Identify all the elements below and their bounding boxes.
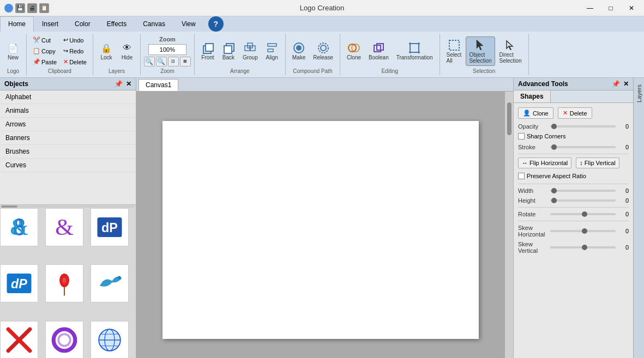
- zoom-input[interactable]: [148, 44, 186, 55]
- cut-button[interactable]: ✂️ Cut: [30, 35, 59, 45]
- lock-button[interactable]: 🔒 Lock: [97, 39, 116, 63]
- ribbon-group-arrange: Front Back Group: [195, 34, 286, 75]
- pin-icon[interactable]: 📌: [115, 80, 123, 88]
- zoom-out-button[interactable]: 🔍: [144, 57, 155, 66]
- title-bar-tools: 💾 🖨 📋: [15, 3, 49, 13]
- rotate-slider[interactable]: [550, 213, 616, 215]
- divider3: [518, 207, 629, 208]
- skew-h-slider[interactable]: [550, 230, 616, 232]
- tab-color[interactable]: Color: [67, 16, 99, 32]
- width-slider[interactable]: [550, 190, 616, 192]
- object-selection-icon: [474, 39, 487, 52]
- tab-view[interactable]: View: [173, 16, 204, 32]
- clone-ribbon-button[interactable]: Clone: [344, 39, 364, 63]
- layers-group-label: Layers: [109, 68, 125, 74]
- divider2: [518, 184, 629, 184]
- canvas-body[interactable]: [136, 92, 504, 358]
- sharp-corners-row: Sharp Corners: [518, 133, 629, 139]
- clone-adv-button[interactable]: 👤 Clone: [518, 107, 553, 119]
- back-button[interactable]: Back: [219, 39, 238, 63]
- object-selection-button[interactable]: ObjectSelection: [466, 37, 495, 66]
- copy-button[interactable]: 📋 Copy: [30, 46, 59, 56]
- list-item-animals[interactable]: Animals: [0, 104, 136, 118]
- print2-icon[interactable]: 📋: [39, 3, 49, 13]
- list-item-brushes[interactable]: Brushes: [0, 145, 136, 159]
- tab-canvas[interactable]: Canvas: [135, 16, 173, 32]
- group-button[interactable]: Group: [239, 39, 261, 63]
- adv-panel-title: Advanced Tools: [518, 80, 568, 88]
- flip-h-label: Flip Horizontal: [529, 160, 568, 166]
- minimize-button[interactable]: —: [582, 3, 598, 14]
- undo-icon: ↩: [63, 37, 68, 44]
- canvas-scrollbar-v[interactable]: [504, 92, 513, 358]
- release-button[interactable]: Release: [310, 39, 336, 63]
- thumbnail-5[interactable]: [45, 264, 83, 302]
- height-slider[interactable]: [550, 199, 616, 202]
- align-button[interactable]: Align: [262, 39, 282, 63]
- close-button[interactable]: ✕: [623, 3, 640, 14]
- align-label: Align: [266, 54, 278, 60]
- thumbnail-1[interactable]: 8 &: [0, 208, 38, 246]
- direct-selection-button[interactable]: DirectSelection: [496, 37, 525, 66]
- adv-pin-icon[interactable]: 📌: [612, 80, 620, 88]
- boolean-button[interactable]: Boolean: [365, 39, 392, 63]
- zoom-in-button[interactable]: 🔍: [156, 57, 167, 66]
- thumbnail-4[interactable]: dP: [0, 264, 38, 302]
- flip-vertical-button[interactable]: ↕ Flip Vertical: [576, 157, 619, 168]
- tab-insert[interactable]: Insert: [34, 16, 67, 32]
- list-item-arrows[interactable]: Arrows: [0, 118, 136, 131]
- canvas-white[interactable]: [162, 121, 479, 339]
- zoom-box: Zoom 🔍 🔍 ⊡ ⊠: [144, 36, 191, 66]
- thumbnail-8[interactable]: [45, 321, 83, 358]
- thumbnail-3[interactable]: dP: [91, 208, 129, 246]
- thumbnail-2[interactable]: &: [45, 208, 83, 246]
- make-button[interactable]: Make: [289, 39, 309, 63]
- list-item-alphabet[interactable]: Alphabet: [0, 90, 136, 104]
- undo-button[interactable]: ↩ Undo: [61, 35, 89, 45]
- opacity-label: Opacity: [518, 123, 548, 130]
- print-icon[interactable]: 🖨: [27, 3, 37, 13]
- tab-effects[interactable]: Effects: [99, 16, 135, 32]
- help-button[interactable]: ?: [208, 16, 224, 32]
- svg-point-36: [53, 329, 75, 351]
- new-button[interactable]: 📄 New: [3, 39, 23, 63]
- list-item-curves[interactable]: Curves: [0, 159, 136, 172]
- save-icon[interactable]: 💾: [15, 3, 25, 13]
- title-bar-left: 💾 🖨 📋: [4, 3, 49, 13]
- hide-button[interactable]: 👁 Hide: [117, 39, 137, 63]
- sharp-corners-checkbox[interactable]: [518, 133, 525, 139]
- delete-button[interactable]: ✕ Delete: [61, 57, 89, 67]
- flip-horizontal-button[interactable]: ↔ Flip Horizontal: [518, 157, 571, 168]
- maximize-button[interactable]: □: [603, 3, 619, 14]
- list-item-banners[interactable]: Banners: [0, 131, 136, 145]
- opacity-slider[interactable]: [550, 125, 616, 128]
- panel-close-icon[interactable]: ✕: [126, 80, 131, 88]
- back-label: Back: [222, 54, 234, 60]
- redo-button[interactable]: ↪ Redo: [61, 46, 89, 56]
- thumbnail-9[interactable]: [91, 321, 129, 358]
- paste-button[interactable]: 📌 Paste: [30, 57, 59, 67]
- delete-adv-button[interactable]: ✕ Delete: [558, 107, 592, 119]
- panel-header-left: Objects: [4, 80, 28, 88]
- stroke-slider[interactable]: [550, 146, 616, 148]
- adv-close-icon[interactable]: ✕: [623, 80, 629, 88]
- canvas-tab-1[interactable]: Canvas1: [139, 79, 178, 91]
- select-all-button[interactable]: SelectAll: [443, 37, 465, 66]
- skew-v-slider[interactable]: [550, 246, 616, 248]
- adv-tab-shapes[interactable]: Shapes: [514, 90, 551, 102]
- layers-label[interactable]: Layers: [636, 84, 642, 102]
- stroke-value: 0: [618, 144, 629, 150]
- thumbnail-6[interactable]: [91, 264, 129, 302]
- thumbnail-7[interactable]: [0, 321, 38, 358]
- transformation-button[interactable]: Transformation: [393, 39, 436, 63]
- svg-point-20: [418, 51, 420, 53]
- tab-home[interactable]: Home: [0, 16, 34, 32]
- delete-adv-icon: ✕: [563, 110, 568, 117]
- panel-scrollbar[interactable]: [0, 205, 136, 208]
- zoom-100-button[interactable]: ⊠: [180, 57, 191, 66]
- preserve-aspect-checkbox[interactable]: [518, 173, 525, 179]
- width-label: Width: [518, 187, 548, 194]
- zoom-group-label: Zoom: [160, 68, 174, 74]
- zoom-fit-button[interactable]: ⊡: [168, 57, 179, 66]
- front-button[interactable]: Front: [198, 39, 218, 63]
